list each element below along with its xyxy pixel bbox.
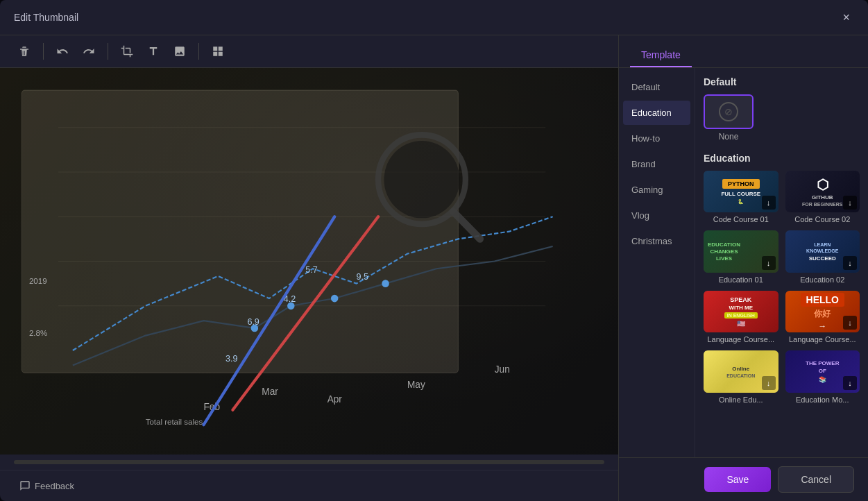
svg-text:3.9: 3.9 (225, 353, 237, 364)
template-label-education-01: Education 01 (704, 275, 778, 284)
template-thumb-education-02: LEARNKNowLEdGE SUCCEED ↓ (785, 230, 860, 272)
template-thumb-online-edu: Online EDUCATION ↓ (704, 350, 778, 392)
no-template-icon: ⊘ (719, 102, 738, 121)
trash-icon (18, 45, 31, 58)
svg-text:Mar: Mar (262, 387, 278, 397)
template-label-code-course-02: Code Course 02 (785, 215, 860, 223)
modal-header: Edit Thumbnail × (0, 0, 868, 35)
templates-area: Default ⊘ None Education (695, 68, 868, 457)
svg-text:May: May (407, 379, 425, 389)
close-button[interactable]: × (838, 10, 854, 25)
template-thumb-code-course-02: ⬡ GITHUB FOR BEGINNERS ↓ (785, 171, 860, 212)
layout-button[interactable] (207, 42, 228, 60)
download-icon-2: ↓ (843, 196, 857, 210)
canvas-wrapper: 6.9 4.2 5.7 9.5 3.9 Feb Mar Apr May Jun (0, 68, 618, 455)
canvas-footer: Feedback (0, 470, 618, 501)
thumb-lang01-bg: SPEAK WITH ME IN ENGLISH 🇺🇸 (704, 291, 778, 332)
template-code-course-01[interactable]: PYTHON FULL COURSE 🐍 ↓ Code Course 01 (704, 171, 778, 223)
flag-emoji: 🇺🇸 (737, 320, 745, 328)
category-gaming[interactable]: Gaming (623, 178, 690, 202)
education-section: Education PYTHON FULL COURSE (704, 153, 860, 404)
image-icon (173, 45, 186, 58)
cancel-button[interactable]: Cancel (778, 466, 854, 493)
templates-grid: PYTHON FULL COURSE 🐍 ↓ Code Course 01 (704, 171, 860, 404)
download-icon-3: ↓ (762, 256, 776, 270)
template-education-01[interactable]: EDUCATIONCHANGESLIVES ↓ Education 01 (704, 230, 778, 283)
svg-point-25 (384, 141, 459, 218)
canvas-progress-bar (14, 460, 604, 464)
modal-overlay: Edit Thumbnail × (0, 0, 868, 501)
template-label-edu-more: Education Mo... (785, 396, 860, 404)
canvas-chart-svg: 6.9 4.2 5.7 9.5 3.9 Feb Mar Apr May Jun (0, 68, 618, 455)
panel-tabs: Template (619, 35, 868, 68)
arrow-text: → (818, 321, 826, 331)
svg-text:2019: 2019 (29, 276, 47, 285)
template-label-language-02: Language Course... (785, 335, 860, 343)
template-label-online-edu: Online Edu... (704, 396, 778, 404)
default-section-title: Default (704, 76, 860, 87)
power-text: THE POWEROF (806, 360, 839, 375)
python-badge: PYTHON (722, 179, 760, 189)
svg-rect-1 (22, 90, 458, 373)
template-label-code-course-01: Code Course 01 (704, 215, 778, 223)
thumb-edu-more-bg: THE POWEROF 📚 ↓ (785, 350, 860, 392)
modal-body: 6.9 4.2 5.7 9.5 3.9 Feb Mar Apr May Jun (0, 35, 868, 501)
crop-button[interactable] (117, 42, 137, 60)
category-brand[interactable]: Brand (623, 152, 690, 176)
category-how-to[interactable]: How-to (623, 126, 690, 151)
template-online-edu[interactable]: Online EDUCATION ↓ Online Edu... (704, 350, 778, 403)
image-button[interactable] (169, 42, 190, 60)
modal-footer: Save Cancel (619, 457, 868, 501)
category-education[interactable]: Education (623, 101, 690, 125)
toolbar (0, 35, 618, 68)
full-course-text: FULL COURSE (721, 191, 760, 197)
template-language-course-02[interactable]: HELLO 你好 → ↓ Language Course... (785, 291, 860, 343)
download-icon-1: ↓ (762, 196, 776, 210)
svg-text:5.7: 5.7 (305, 264, 317, 274)
education-section-title: Education (704, 153, 860, 164)
modal-title: Edit Thumbnail (14, 12, 78, 23)
template-thumb-language-02: HELLO 你好 → ↓ (785, 291, 860, 332)
template-education-02[interactable]: LEARNKNowLEdGE SUCCEED ↓ Education 02 (785, 230, 860, 283)
with-me-text: WITH ME (729, 305, 753, 311)
undo-button[interactable] (52, 42, 73, 60)
download-icon-4: ↓ (843, 256, 857, 270)
svg-point-10 (382, 280, 389, 287)
canvas-area: 6.9 4.2 5.7 9.5 3.9 Feb Mar Apr May Jun (0, 35, 618, 501)
feedback-label: Feedback (35, 481, 74, 491)
template-edu-more[interactable]: THE POWEROF 📚 ↓ Education Mo... (785, 350, 860, 403)
toolbar-separator-1 (43, 43, 44, 60)
category-vlog[interactable]: Vlog (623, 203, 690, 228)
svg-text:6.9: 6.9 (247, 316, 259, 326)
chinese-text: 你好 (814, 308, 831, 320)
category-sidebar: Default Education How-to Brand Gaming Vl… (619, 68, 695, 457)
svg-point-9 (331, 295, 338, 303)
python-sub: 🐍 (738, 199, 744, 205)
download-icon-8: ↓ (843, 376, 857, 390)
template-label-language-01: Language Course... (704, 335, 778, 343)
redo-button[interactable] (78, 42, 99, 60)
download-icon-6: ↓ (843, 316, 857, 330)
feedback-button[interactable]: Feedback (14, 477, 80, 494)
category-default[interactable]: Default (623, 75, 690, 99)
thumb-online-bg: Online EDUCATION ↓ (704, 350, 778, 392)
github-text: GITHUB (812, 194, 833, 201)
save-button[interactable]: Save (704, 467, 771, 492)
crop-icon (121, 45, 133, 58)
edu-sub: EDUCATION (726, 373, 755, 378)
tab-template[interactable]: Template (630, 44, 692, 67)
text-button[interactable] (143, 42, 164, 60)
category-christmas[interactable]: Christmas (623, 229, 690, 253)
english-badge: IN ENGLISH (724, 312, 758, 319)
delete-button[interactable] (14, 42, 35, 60)
svg-text:9.5: 9.5 (357, 271, 368, 282)
template-language-course-01[interactable]: SPEAK WITH ME IN ENGLISH 🇺🇸 Language Cou… (704, 291, 778, 343)
redo-icon (83, 45, 95, 58)
template-thumb-education-01: EDUCATIONCHANGESLIVES ↓ (704, 230, 778, 272)
learn-text: LEARNKNowLEdGE (806, 241, 838, 254)
default-none-thumb[interactable]: ⊘ (704, 94, 754, 129)
template-thumb-code-course-01: PYTHON FULL COURSE 🐍 ↓ (704, 171, 778, 212)
speak-text: SPEAK (730, 296, 751, 303)
template-code-course-02[interactable]: ⬡ GITHUB FOR BEGINNERS ↓ Code Course 02 (785, 171, 860, 223)
undo-icon (56, 45, 69, 58)
